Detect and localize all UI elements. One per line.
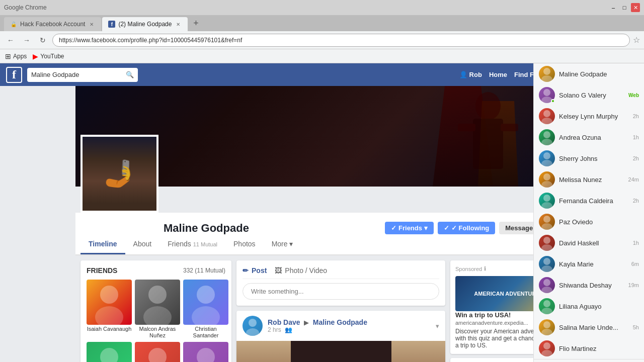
bookmark-star-icon[interactable]: ☆ — [633, 35, 640, 45]
tab-title-1: Hack Facebook Account — [20, 21, 85, 28]
fb-search-input[interactable] — [31, 71, 124, 78]
chat-item-liliana[interactable]: Liliana Aguayo — [534, 296, 644, 317]
address-bar[interactable] — [52, 34, 630, 47]
chat-item-melissa[interactable]: Melissa Nunez 24m — [534, 169, 644, 190]
fb-search-box[interactable]: 🔍 — [27, 68, 138, 82]
chat-item-maline[interactable]: Maline Godpade — [534, 63, 644, 84]
tab-friends[interactable]: Friends 11 Mutual — [159, 235, 225, 254]
chat-item-andrea[interactable]: Andrea Ozuna 1h — [534, 127, 644, 148]
chat-item-paz[interactable]: Paz Oviedo — [534, 211, 644, 232]
post-tab-photo[interactable]: 🖼 Photo / Video — [275, 266, 327, 275]
profile-center-column: 🤳 Maline Godpade ✓ Friends ▾ ✓ ✓ — [75, 86, 569, 362]
chat-name-liliana: Liliana Aguayo — [559, 303, 639, 310]
friend-item-3[interactable]: Christian Santander — [183, 280, 228, 339]
following-button[interactable]: ✓ ✓ Following — [438, 222, 495, 234]
chat-item-fernanda[interactable]: Fernanda Caldeira 2h — [534, 190, 644, 211]
chat-time-fernanda: 2h — [633, 198, 639, 204]
profile-photo[interactable]: 🤳 — [80, 135, 158, 213]
feed-post-options[interactable]: ▾ — [436, 322, 439, 330]
chat-name-paz: Paz Oviedo — [559, 218, 639, 226]
selfie-photo-bg: 🤳 — [83, 137, 156, 211]
tab-maline-godpade[interactable]: f (2) Maline Godpade ✕ — [102, 17, 188, 31]
chat-avatar-solano — [539, 87, 555, 103]
bookmarks-bar: ⊞ Apps ▶ YouTube — [0, 49, 644, 63]
chat-search-bar: ⚙ ⤢ — [534, 359, 644, 362]
back-button[interactable]: ← — [4, 34, 17, 47]
friend-name-3: Christian Santander — [183, 326, 228, 339]
friends-check-icon: ✓ — [391, 224, 396, 232]
svg-point-41 — [541, 202, 552, 209]
fb-home-label: Home — [489, 71, 507, 78]
svg-point-46 — [543, 258, 550, 265]
post-input[interactable] — [243, 283, 439, 300]
friends-box-count: 332 (11 Mutual) — [183, 267, 225, 274]
chat-item-kelsey[interactable]: Kelsey Lynn Murphy 2h — [534, 106, 644, 127]
fb-nav-user[interactable]: 👤 Rob — [459, 71, 482, 78]
chat-name-kelsey: Kelsey Lynn Murphy — [559, 113, 629, 120]
chat-name-fernanda: Fernanda Caldeira — [559, 197, 629, 205]
tab-title-2: (2) Maline Godpade — [118, 21, 172, 28]
forward-button[interactable]: → — [20, 34, 33, 47]
maximize-button[interactable]: □ — [620, 3, 629, 12]
bookmark-apps[interactable]: ⊞ Apps — [5, 52, 27, 60]
svg-point-49 — [541, 287, 552, 293]
friend-item-6[interactable]: Rodolfo Martinez — [183, 342, 228, 362]
new-tab-button[interactable]: + — [189, 16, 203, 30]
tab-close-1[interactable]: ✕ — [88, 21, 95, 28]
feed-poster-name[interactable]: Rob Dave — [268, 318, 300, 326]
minimize-button[interactable]: – — [609, 3, 618, 12]
feed-target-name[interactable]: Maline Godpade — [313, 318, 367, 326]
fb-user-icon: 👤 — [459, 71, 467, 78]
chat-item-salina[interactable]: Salina Marie Unde... 5h — [534, 317, 644, 338]
post-tab-post[interactable]: ✏ Post — [243, 266, 267, 275]
chat-name-sherry: Sherry Johns — [559, 155, 629, 162]
tab-hack-facebook[interactable]: 🔓 Hack Facebook Account ✕ — [4, 17, 101, 31]
chat-avatar-shiwanda — [539, 277, 555, 293]
friend-item-5[interactable]: Mauricio Corvalan — [135, 342, 180, 362]
svg-point-14 — [197, 348, 215, 362]
feed-post-header: Rob Dave ▶ Maline Godpade 2 hrs 👥 ▾ — [236, 311, 445, 341]
friends-button[interactable]: ✓ Friends ▾ — [385, 222, 434, 234]
tab-favicon-2: f — [108, 21, 115, 28]
tab-about[interactable]: About — [125, 235, 160, 254]
friends-grid: Isaiah Cavanaugh Malcon Andras Nuñez — [87, 280, 225, 362]
chat-panel: Maline Godpade Solano G Valery Web Kelse… — [533, 63, 644, 362]
chat-item-kayla[interactable]: Kayla Marie 6m — [534, 253, 644, 275]
svg-point-37 — [541, 160, 552, 166]
chat-item-david[interactable]: David Haskell 1h — [534, 232, 644, 253]
tab-photos[interactable]: Photos — [225, 235, 264, 254]
friends-dropdown-icon: ▾ — [424, 224, 428, 232]
chat-item-flio[interactable]: Flio Martinez — [534, 338, 644, 359]
friend-item-4[interactable]: Edwin Paul Gonzalez Caiche — [87, 342, 132, 362]
chat-avatar-andrea — [539, 129, 555, 145]
chat-avatar-kelsey — [539, 108, 555, 124]
apps-grid-icon: ⊞ — [5, 52, 11, 60]
chat-item-solano[interactable]: Solano G Valery Web — [534, 84, 644, 106]
tab-timeline[interactable]: Timeline — [80, 235, 125, 254]
close-button[interactable]: ✕ — [631, 3, 640, 12]
bookmark-youtube[interactable]: ▶ YouTube — [33, 52, 64, 60]
browser-chrome: Google Chrome – □ ✕ 🔓 Hack Facebook Acco… — [0, 0, 644, 63]
svg-point-54 — [543, 342, 550, 349]
tab-close-2[interactable]: ✕ — [175, 21, 182, 28]
fb-username: Rob — [469, 71, 482, 78]
chat-avatar-melissa — [539, 171, 555, 188]
friends-column: FRIENDS 332 (11 Mutual) Isaiah Cavanaugh — [80, 260, 231, 362]
friend-name-2: Malcon Andras Nuñez — [135, 326, 180, 339]
fb-nav-home[interactable]: Home — [489, 71, 507, 78]
chat-item-shiwanda[interactable]: Shiwanda Deshay 19m — [534, 275, 644, 296]
sponsored-label: Sponsored — [455, 266, 482, 272]
friend-item-2[interactable]: Malcon Andras Nuñez — [135, 280, 180, 339]
following-label: ✓ Following — [451, 224, 489, 232]
chat-item-sherry[interactable]: Sherry Johns 2h — [534, 148, 644, 169]
refresh-button[interactable]: ↻ — [36, 34, 49, 47]
svg-point-36 — [543, 152, 550, 159]
svg-rect-22 — [291, 341, 391, 362]
chat-list: Maline Godpade Solano G Valery Web Kelse… — [534, 63, 644, 359]
chat-avatar-david — [539, 235, 555, 251]
bookmark-youtube-label: YouTube — [40, 53, 64, 60]
profile-main-layout: 🤳 Maline Godpade ✓ Friends ▾ ✓ ✓ — [75, 86, 569, 362]
friend-item-1[interactable]: Isaiah Cavanaugh — [87, 280, 132, 339]
tab-more[interactable]: More ▾ — [264, 235, 301, 254]
chat-name-solano: Solano G Valery — [559, 92, 624, 99]
